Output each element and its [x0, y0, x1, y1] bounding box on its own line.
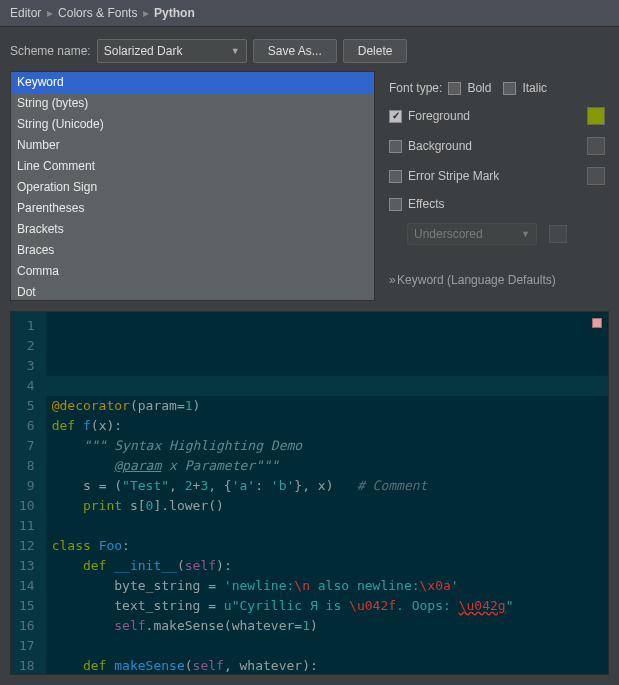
effects-checkbox[interactable]: [389, 198, 402, 211]
crumb-colors-fonts[interactable]: Colors & Fonts: [58, 6, 137, 20]
category-item[interactable]: Operation Sign: [11, 177, 374, 198]
bold-label: Bold: [467, 81, 491, 95]
scheme-select-value: Solarized Dark: [104, 44, 183, 58]
crumb-sep-icon: ▸: [47, 6, 53, 20]
italic-label: Italic: [522, 81, 547, 95]
code-line[interactable]: s = ("Test", 2+3, {'a': 'b'}, x) # Comme…: [52, 476, 602, 496]
code-line[interactable]: [52, 636, 602, 656]
effects-label: Effects: [408, 197, 444, 211]
code-line[interactable]: [52, 516, 602, 536]
category-item[interactable]: Parentheses: [11, 198, 374, 219]
category-item[interactable]: Dot: [11, 282, 374, 301]
chevron-down-icon: ▼: [521, 229, 530, 239]
category-item[interactable]: Number: [11, 135, 374, 156]
code-line[interactable]: print s[0].lower(): [52, 496, 602, 516]
gutter: 123456789101112131415161718: [11, 312, 46, 674]
code-line[interactable]: text_string = u"Cyrillic Я is \u042f. Oo…: [52, 596, 602, 616]
effects-color-swatch[interactable]: [549, 225, 567, 243]
code-line[interactable]: @param x Parameter""": [52, 456, 602, 476]
chevron-down-icon: ▼: [231, 46, 240, 56]
scheme-select[interactable]: Solarized Dark ▼: [97, 39, 247, 63]
category-item[interactable]: String (Unicode): [11, 114, 374, 135]
crumb-editor[interactable]: Editor: [10, 6, 41, 20]
foreground-label: Foreground: [408, 109, 470, 123]
code-line[interactable]: @decorator(param=1): [52, 396, 602, 416]
bold-checkbox[interactable]: [448, 82, 461, 95]
code-line[interactable]: """ Syntax Highlighting Demo: [52, 436, 602, 456]
crumb-python: Python: [154, 6, 195, 20]
category-item[interactable]: Comma: [11, 261, 374, 282]
code-line[interactable]: def f(x):: [52, 416, 602, 436]
background-color-swatch[interactable]: [587, 137, 605, 155]
save-as-button[interactable]: Save As...: [253, 39, 337, 63]
background-checkbox[interactable]: [389, 140, 402, 153]
code-line[interactable]: def __init__(self):: [52, 556, 602, 576]
error-stripe-color-swatch[interactable]: [587, 167, 605, 185]
category-list[interactable]: KeywordString (bytes)String (Unicode)Num…: [10, 71, 375, 301]
category-item[interactable]: String (bytes): [11, 93, 374, 114]
scheme-name-label: Scheme name:: [10, 44, 91, 58]
error-stripe-mark[interactable]: [592, 318, 602, 328]
error-stripe-checkbox[interactable]: [389, 170, 402, 183]
inherit-link[interactable]: » Keyword (Language Defaults): [389, 273, 605, 287]
foreground-color-swatch[interactable]: [587, 107, 605, 125]
effects-select-value: Underscored: [414, 227, 483, 241]
error-stripe-label: Error Stripe Mark: [408, 169, 499, 183]
code-line[interactable]: byte_string = 'newline:\n also newline:\…: [52, 576, 602, 596]
code-line[interactable]: self.makeSense(whatever=1): [52, 616, 602, 636]
category-item[interactable]: Line Comment: [11, 156, 374, 177]
inherit-arrows-icon: »: [389, 273, 394, 287]
code-line[interactable]: class Foo:: [52, 536, 602, 556]
code-preview[interactable]: 123456789101112131415161718 @decorator(p…: [10, 311, 609, 675]
code-area[interactable]: @decorator(param=1)def f(x): """ Syntax …: [46, 312, 608, 674]
options-pane: Font type: Bold Italic Foreground Backgr…: [385, 71, 609, 301]
italic-checkbox[interactable]: [503, 82, 516, 95]
font-type-label: Font type:: [389, 81, 442, 95]
background-label: Background: [408, 139, 472, 153]
code-line[interactable]: def makeSense(self, whatever):: [52, 656, 602, 675]
foreground-checkbox[interactable]: [389, 110, 402, 123]
delete-button[interactable]: Delete: [343, 39, 408, 63]
effects-select[interactable]: Underscored ▼: [407, 223, 537, 245]
category-item[interactable]: Keyword: [11, 72, 374, 93]
crumb-sep-icon: ▸: [143, 6, 149, 20]
category-item[interactable]: Braces: [11, 240, 374, 261]
category-item[interactable]: Brackets: [11, 219, 374, 240]
breadcrumb: Editor ▸ Colors & Fonts ▸ Python: [0, 0, 619, 27]
